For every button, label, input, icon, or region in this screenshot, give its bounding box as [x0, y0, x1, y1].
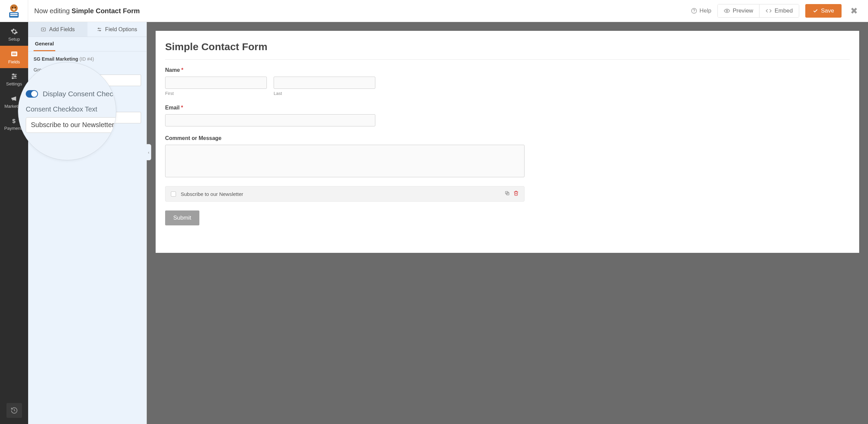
- preview-button[interactable]: Preview: [718, 4, 759, 17]
- consent-text-input[interactable]: [26, 117, 116, 133]
- save-label: Save: [821, 7, 834, 14]
- email-input[interactable]: [165, 114, 375, 126]
- svg-point-3: [13, 8, 15, 11]
- side-nav: Setup Fields Settings Marketing $ Paymen…: [0, 22, 28, 424]
- help-icon: [691, 8, 697, 14]
- divider: [165, 59, 850, 60]
- svg-rect-6: [10, 15, 18, 16]
- dollar-icon: $: [11, 118, 18, 124]
- svg-text:$: $: [12, 118, 16, 124]
- submit-button[interactable]: Submit: [165, 210, 199, 225]
- fields-icon: [10, 50, 18, 58]
- app-header: Now editing Simple Contact Form Help Pre…: [0, 0, 868, 22]
- svg-rect-12: [12, 54, 16, 55]
- consent-checkbox[interactable]: [171, 191, 176, 197]
- options-icon: [97, 27, 102, 32]
- page-title-prefix: Now editing: [34, 7, 70, 15]
- display-consent-label: Display Consent Check: [43, 90, 116, 98]
- preview-label: Preview: [733, 7, 753, 14]
- last-sublabel: Last: [274, 91, 375, 96]
- sidenav-fields[interactable]: Fields: [0, 46, 28, 68]
- tab-label: Field Options: [105, 26, 137, 33]
- sidenav-label: Setup: [8, 37, 20, 42]
- required-asterisk: *: [181, 67, 183, 73]
- svg-rect-10: [11, 52, 17, 56]
- embed-button[interactable]: Embed: [759, 4, 799, 17]
- svg-point-2: [15, 7, 16, 8]
- revisions-button[interactable]: [6, 403, 22, 418]
- consent-text: Subscribe to our Newsletter: [181, 191, 243, 197]
- megaphone-icon: [11, 95, 18, 102]
- svg-point-16: [14, 76, 16, 77]
- help-link[interactable]: Help: [691, 7, 711, 14]
- gear-icon: [11, 28, 18, 35]
- svg-rect-5: [10, 13, 18, 14]
- svg-point-8: [694, 12, 694, 13]
- required-asterisk: *: [181, 105, 183, 110]
- sidenav-label: Fields: [8, 59, 20, 64]
- eye-icon: [724, 8, 730, 14]
- close-icon: ✖: [850, 6, 858, 16]
- display-consent-toggle[interactable]: [26, 90, 38, 98]
- close-button[interactable]: ✖: [848, 6, 861, 16]
- sidenav-label: Settings: [6, 81, 22, 86]
- field-email-block[interactable]: Email*: [165, 105, 850, 126]
- last-name-input[interactable]: [274, 77, 375, 89]
- tab-add-fields[interactable]: Add Fields: [28, 22, 87, 37]
- first-name-input[interactable]: [165, 77, 267, 89]
- name-label: Name*: [165, 67, 850, 73]
- tab-label: Add Fields: [49, 26, 75, 33]
- svg-point-18: [12, 77, 13, 79]
- field-message-block[interactable]: Comment or Message: [165, 135, 850, 177]
- chevron-left-icon: ‹: [148, 150, 149, 155]
- sliders-icon: [11, 73, 18, 80]
- message-textarea[interactable]: [165, 145, 525, 177]
- svg-point-14: [13, 74, 14, 75]
- page-title-form-name: Simple Contact Form: [72, 7, 140, 15]
- form-canvas: Simple Contact Form Name* First Last: [147, 22, 868, 424]
- embed-label: Embed: [774, 7, 793, 14]
- form-title: Simple Contact Form: [165, 41, 850, 53]
- duplicate-field-button[interactable]: [505, 190, 510, 197]
- svg-point-1: [12, 7, 13, 8]
- consent-text-label: Consent Checkbox Text: [26, 105, 108, 113]
- field-name: SG Email Marketing: [34, 56, 78, 62]
- check-icon: [813, 8, 818, 14]
- email-label: Email*: [165, 105, 850, 111]
- field-name-block[interactable]: Name* First Last: [165, 67, 850, 96]
- app-logo: [0, 0, 28, 22]
- code-icon: [766, 8, 772, 14]
- first-sublabel: First: [165, 91, 267, 96]
- help-label: Help: [699, 7, 711, 14]
- tab-field-options[interactable]: Field Options: [87, 22, 147, 37]
- page-title: Now editing Simple Contact Form: [34, 7, 140, 15]
- message-label: Comment or Message: [165, 135, 850, 141]
- svg-rect-11: [12, 53, 16, 54]
- sidenav-setup[interactable]: Setup: [0, 23, 28, 46]
- history-icon: [11, 407, 18, 414]
- delete-field-button[interactable]: [513, 190, 519, 197]
- preview-embed-group: Preview Embed: [717, 4, 799, 18]
- field-options-panel: Add Fields Field Options General SG Emai…: [28, 22, 147, 424]
- field-identifier: SG Email Marketing (ID #4): [34, 56, 141, 62]
- panel-collapse-handle[interactable]: ‹: [146, 144, 151, 160]
- svg-point-0: [10, 4, 18, 12]
- subtab-general[interactable]: General: [34, 37, 55, 51]
- field-id-text: (ID #4): [79, 56, 94, 62]
- zoom-callout: Display Consent Check Consent Checkbox T…: [18, 62, 116, 160]
- save-button[interactable]: Save: [805, 4, 842, 18]
- add-field-icon: [41, 27, 46, 32]
- svg-point-9: [726, 10, 728, 12]
- field-consent-block[interactable]: Subscribe to our Newsletter: [165, 186, 525, 202]
- form-preview: Simple Contact Form Name* First Last: [156, 31, 859, 253]
